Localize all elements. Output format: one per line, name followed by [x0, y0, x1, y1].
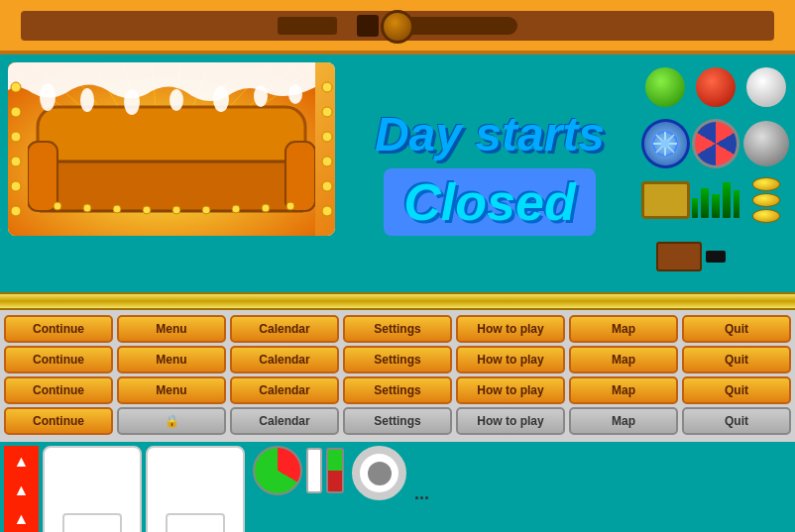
settings-btn-3[interactable]: Settings	[343, 376, 452, 404]
svg-point-27	[80, 88, 94, 112]
how-to-play-btn-3[interactable]: How to play	[456, 376, 565, 404]
svg-point-21	[172, 206, 180, 214]
calendar-btn-4[interactable]: Calendar	[230, 407, 339, 435]
bar2	[701, 188, 709, 218]
svg-rect-16	[285, 142, 315, 211]
svg-point-35	[11, 132, 21, 142]
brown-rect-icon	[656, 242, 702, 271]
menu-btn-1[interactable]: Menu	[117, 315, 226, 343]
map-btn-3[interactable]: Map	[569, 376, 678, 404]
svg-point-41	[322, 132, 332, 142]
continue-btn-2[interactable]: Continue	[4, 346, 113, 373]
svg-point-32	[288, 84, 302, 104]
lock-icon: 🔒	[165, 414, 179, 428]
card-strip: ▲ ▲ ▲ ▲	[4, 446, 39, 532]
top-bar-rect-left	[278, 17, 337, 35]
quit-btn-4[interactable]: Quit	[682, 407, 791, 435]
gold-border-bar	[0, 292, 795, 310]
white-bar-widget	[306, 448, 322, 493]
bar1	[692, 198, 698, 218]
top-bar-capsule	[398, 17, 517, 35]
button-row-3: Continue Menu Calendar Settings How to p…	[4, 376, 791, 404]
calendar-btn-3[interactable]: Calendar	[230, 376, 339, 404]
svg-point-18	[83, 204, 91, 212]
svg-point-24	[262, 204, 270, 212]
button-row-2: Continue Menu Calendar Settings How to p…	[4, 346, 791, 373]
ring-inner	[368, 462, 392, 485]
menu-btn-3[interactable]: Menu	[117, 376, 226, 404]
roulette-icon	[692, 119, 740, 168]
quit-btn-1[interactable]: Quit	[682, 315, 791, 343]
continue-btn-1[interactable]: Continue	[4, 315, 113, 343]
icon-cell-roulette	[692, 116, 740, 170]
continue-btn-3[interactable]: Continue	[4, 376, 113, 404]
quit-btn-3[interactable]: Quit	[682, 376, 791, 404]
button-row-4: Continue 🔒 Calendar Settings How to play…	[4, 407, 791, 435]
svg-point-39	[322, 82, 332, 92]
day-starts-label: Day starts	[375, 111, 605, 159]
card-panels	[43, 446, 245, 532]
icon-cell-green-bars	[692, 172, 740, 227]
svg-point-30	[213, 86, 229, 112]
how-to-play-btn-4[interactable]: How to play	[456, 407, 565, 435]
card-panel-2-inner	[166, 513, 225, 532]
blue-wheel-icon	[641, 119, 690, 168]
bar5	[734, 190, 739, 218]
bar3	[712, 194, 720, 218]
settings-btn-2[interactable]: Settings	[343, 346, 452, 373]
closed-label: Closed	[384, 168, 595, 236]
top-bar-circle	[381, 10, 414, 44]
svg-point-38	[11, 206, 21, 216]
card-panel-2	[146, 446, 245, 532]
continue-btn-4[interactable]: Continue	[4, 407, 113, 435]
svg-point-34	[11, 107, 21, 117]
arrow-2: ▲	[6, 477, 37, 504]
main-area: Day starts Closed	[0, 54, 795, 292]
calendar-btn-2[interactable]: Calendar	[230, 346, 339, 373]
card-panel-1-inner	[62, 513, 122, 532]
svg-point-25	[286, 202, 294, 210]
how-to-play-btn-2[interactable]: How to play	[456, 346, 565, 373]
coin3	[752, 209, 780, 223]
map-btn-1[interactable]: Map	[569, 315, 678, 343]
icon-cell-coins	[741, 172, 790, 227]
arrow-3: ▲	[6, 505, 37, 532]
svg-point-31	[254, 85, 268, 107]
border-dots-right	[319, 62, 335, 236]
map-btn-4[interactable]: Map	[569, 407, 678, 435]
black-small-rect	[706, 251, 726, 263]
svg-point-33	[11, 82, 21, 92]
map-btn-2[interactable]: Map	[569, 346, 678, 373]
svg-point-29	[170, 89, 183, 111]
svg-point-42	[322, 157, 332, 166]
pie-chart-icon	[253, 446, 302, 495]
svg-point-50	[661, 140, 669, 148]
svg-point-40	[322, 107, 332, 117]
frame-icon	[641, 181, 690, 219]
right-icons-area	[636, 54, 795, 292]
quit-btn-2[interactable]: Quit	[682, 346, 791, 373]
svg-rect-15	[28, 142, 57, 211]
wheel-spokes	[650, 129, 680, 159]
icon-cell-red	[692, 59, 740, 114]
border-dots-left	[8, 62, 24, 236]
svg-point-43	[322, 181, 332, 191]
green-circle-icon	[645, 67, 685, 107]
sofa-display	[8, 62, 335, 236]
day-starts-text-area: Day starts Closed	[343, 54, 636, 292]
dots-menu[interactable]: ...	[414, 483, 429, 504]
snow-overlay	[8, 62, 315, 122]
menu-btn-2[interactable]: Menu	[117, 346, 226, 373]
how-to-play-btn-1[interactable]: How to play	[456, 315, 565, 343]
svg-rect-14	[33, 161, 310, 211]
coin2	[752, 193, 780, 207]
icon-cell-brown-rect	[641, 229, 739, 283]
coin1	[752, 177, 780, 191]
menu-btn-4[interactable]: 🔒	[117, 407, 226, 435]
calendar-btn-1[interactable]: Calendar	[230, 315, 339, 343]
settings-btn-4[interactable]: Settings	[343, 407, 452, 435]
icon-cell-blue-wheel	[641, 116, 690, 170]
settings-btn-1[interactable]: Settings	[343, 315, 452, 343]
svg-point-17	[54, 202, 61, 210]
gray-circle-icon	[743, 121, 789, 166]
